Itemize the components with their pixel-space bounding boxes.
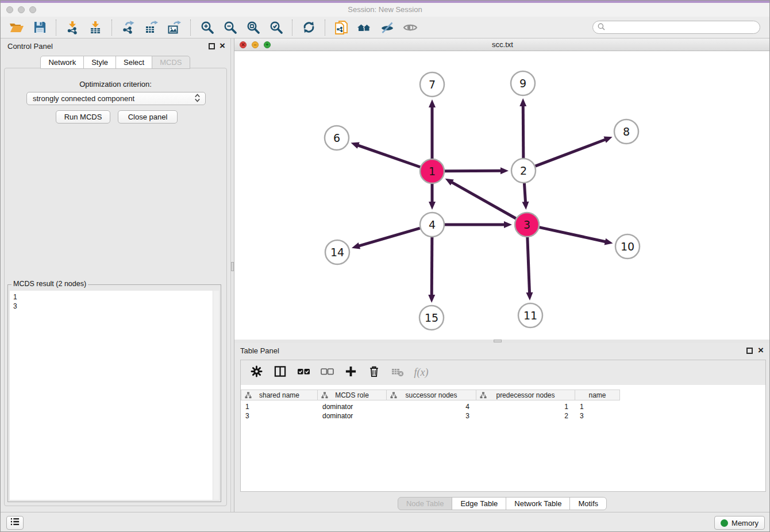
vertical-split-divider[interactable] [230,38,234,512]
hide-selected-button[interactable] [377,19,398,36]
column-header-mcds-role[interactable]: MCDS role [318,390,387,400]
open-folder-icon [9,21,24,34]
zoom-in-button[interactable] [197,19,217,36]
tab-mcds[interactable]: MCDS [152,56,190,69]
graph-node-9[interactable]: 9 [511,71,535,95]
tab-style[interactable]: Style [83,56,116,69]
criterion-value: strongly connected component [33,94,134,103]
import-table-button[interactable] [85,19,106,36]
show-columns-button[interactable] [272,365,287,380]
graph-node-1[interactable]: 1 [420,159,444,183]
graph-edge-1-4[interactable] [429,184,436,210]
graph-edge-4-3[interactable] [445,221,512,228]
show-all-button[interactable] [400,19,421,36]
zoom-selected-button[interactable] [265,19,286,36]
graph-edge-1-7[interactable] [429,99,436,159]
column-header-predecessor-nodes[interactable]: predecessor nodes [476,390,575,400]
delete-columns-button[interactable] [367,365,382,380]
memory-button[interactable]: Memory [714,516,765,530]
tab-network-table[interactable]: Network Table [506,497,570,510]
column-label: successor nodes [405,391,457,399]
criterion-dropdown[interactable]: strongly connected component [26,92,206,105]
column-header-name[interactable]: name [575,390,620,400]
graph-node-10[interactable]: 10 [615,234,640,259]
graph-node-2[interactable]: 2 [511,159,536,183]
network-graph[interactable]: 1234678910111415 [234,51,770,340]
tab-select[interactable]: Select [116,56,152,69]
show-networks-list-button[interactable] [6,516,24,530]
graph-edge-1-6[interactable] [351,142,421,167]
column-label: shared name [259,391,299,399]
graph-edge-4-15[interactable] [428,237,435,303]
divider-grip[interactable] [231,262,234,271]
apply-layout-button[interactable] [298,19,319,36]
status-bar: Memory [1,512,769,532]
zoom-in-icon [201,21,214,34]
memory-label: Memory [732,519,759,527]
close-panel-button[interactable]: × [220,40,225,52]
graph-node-14[interactable]: 14 [325,240,349,264]
network-window-title: scc.txt [234,40,770,49]
graph-edge-3-11[interactable] [526,237,533,300]
tab-node-table[interactable]: Node Table [398,497,453,510]
svg-text:9: 9 [519,77,526,90]
first-neighbors-button[interactable] [354,19,375,36]
zoom-out-button[interactable] [220,19,240,36]
cell-predecessor-nodes: 1 [476,402,568,411]
export-table-button[interactable] [141,19,161,36]
zoom-fit-button[interactable] [242,19,263,36]
clone-network-button[interactable] [331,19,352,36]
graph-node-8[interactable]: 8 [614,119,638,144]
float-panel-button[interactable] [209,43,215,49]
tab-network[interactable]: Network [40,56,84,69]
graph-edge-3-1[interactable] [445,179,516,218]
graph-node-15[interactable]: 15 [419,306,444,330]
graph-node-3[interactable]: 3 [515,213,539,237]
memory-status-dot [721,519,728,527]
mcds-result-textarea[interactable]: 1 3 [10,291,219,500]
graph-edge-2-9[interactable] [519,98,526,158]
open-session-button[interactable] [6,19,27,36]
divider-grip[interactable] [494,340,502,342]
delete-table-icon [391,365,404,380]
result-scrollbar[interactable] [213,291,219,500]
control-panel-tabs: Network Style Select MCDS [1,56,230,69]
tab-motifs[interactable]: Motifs [569,497,607,510]
graph-node-4[interactable]: 4 [420,213,444,237]
export-image-button[interactable] [164,19,184,36]
graph-node-6[interactable]: 6 [325,126,349,150]
graph-edge-1-2[interactable] [445,167,509,174]
delete-table-button[interactable] [390,365,405,380]
network-canvas[interactable]: 1234678910111415 [234,51,770,340]
select-all-columns-button[interactable] [296,365,311,380]
table-settings-button[interactable] [249,365,264,380]
control-panel: Control Panel × Network Style Select MCD… [1,38,230,512]
tab-edge-table[interactable]: Edge Table [452,497,506,510]
column-header-successor-nodes[interactable]: successor nodes [387,390,476,400]
tree-icon [245,392,252,400]
graph-edge-2-8[interactable] [536,137,613,167]
close-table-panel-button[interactable]: × [758,345,764,356]
export-network-button[interactable] [118,19,138,36]
column-header-shared-name[interactable]: shared name [241,390,318,400]
float-table-panel-button[interactable] [746,348,753,354]
graph-edge-2-3[interactable] [522,183,529,210]
graph-node-7[interactable]: 7 [420,72,444,97]
run-mcds-button[interactable]: Run MCDS [56,110,110,124]
save-session-button[interactable] [29,19,50,36]
create-column-button[interactable] [343,365,358,380]
function-builder-button[interactable]: f(x) [414,365,429,380]
import-network-button[interactable] [62,19,83,36]
cell-mcds-role: dominator [322,411,384,421]
svg-text:2: 2 [520,164,527,177]
graph-node-11[interactable]: 11 [518,303,542,327]
tree-icon [321,392,328,400]
svg-text:11: 11 [523,309,537,322]
network-window-titlebar[interactable]: ✕ − + scc.txt [234,38,770,51]
graph-edge-4-14[interactable] [352,228,420,249]
cell-successor-nodes: 4 [387,402,469,411]
close-mcds-panel-button[interactable]: Close panel [118,110,178,124]
search-input[interactable] [608,24,755,32]
unselect-all-columns-button[interactable] [319,365,334,380]
graph-edge-3-10[interactable] [539,228,613,245]
